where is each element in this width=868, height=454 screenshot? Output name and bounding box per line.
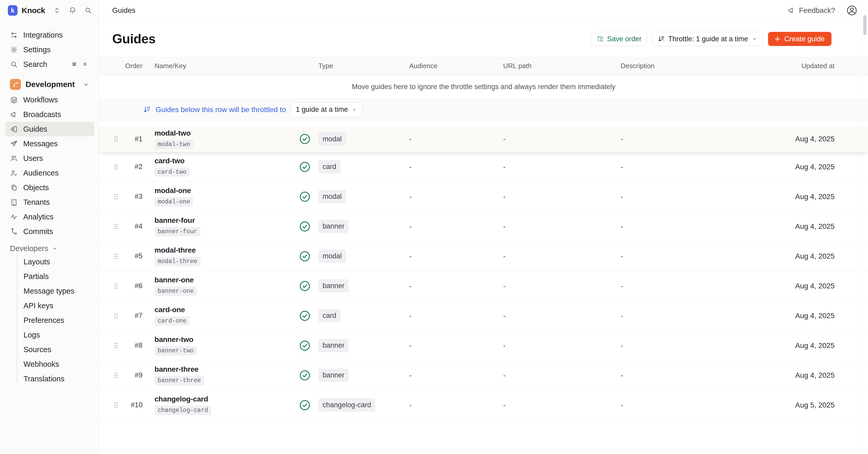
user-avatar[interactable] [846, 5, 858, 16]
drag-handle[interactable] [112, 193, 125, 201]
guide-name[interactable]: changelog-card [155, 395, 208, 403]
audience-cell: - [404, 135, 498, 143]
guide-name[interactable]: card-two [155, 157, 185, 165]
swap-arrows-icon [10, 31, 18, 39]
pages-icon [10, 183, 18, 192]
workspace-switcher-icon[interactable] [53, 6, 61, 15]
sidebar-item-logs[interactable]: Logs [17, 328, 94, 342]
megaphone-icon [787, 6, 796, 15]
sidebar-item-guides[interactable]: Guides [5, 122, 94, 136]
sidebar-item-webhooks[interactable]: Webhooks [17, 357, 94, 371]
updated-at-cell: Aug 4, 2025 [762, 371, 868, 379]
drag-handle[interactable] [112, 163, 125, 171]
guide-type-badge: modal [318, 190, 346, 203]
guide-key-badge: changelog-card [155, 406, 211, 415]
ignore-throttle-dropzone[interactable]: Move guides here to ignore the throttle … [99, 75, 868, 99]
sidebar-item-integrations[interactable]: Integrations [5, 28, 94, 42]
guide-key-badge: modal-one [155, 197, 193, 207]
table-row[interactable]: #10 changelog-card changelog-card change… [99, 390, 868, 420]
drag-handle[interactable] [112, 282, 125, 290]
drag-handle[interactable] [112, 342, 125, 349]
sidebar-item-broadcasts[interactable]: Broadcasts [5, 107, 94, 122]
app-window: k Knock Integrations Settings Search ⌘ K [0, 0, 868, 454]
sidebar-item-analytics[interactable]: Analytics [5, 209, 94, 224]
search-icon[interactable] [84, 6, 92, 15]
guide-name[interactable]: banner-four [155, 216, 195, 225]
guide-key-badge: banner-three [155, 376, 204, 385]
sidebar-item-objects[interactable]: Objects [5, 180, 94, 195]
check-circle-icon [299, 399, 311, 411]
table-row[interactable]: #3 modal-one modal-one modal - - [99, 182, 868, 211]
sidebar-item-sources[interactable]: Sources [17, 342, 94, 357]
sidebar-nav: Integrations Settings Search ⌘ K Develop… [0, 21, 99, 386]
sidebar-item-api-keys[interactable]: API keys [17, 298, 94, 313]
guide-name[interactable]: modal-two [155, 129, 190, 137]
guide-name[interactable]: modal-one [155, 187, 191, 195]
audience-cell: - [404, 341, 498, 350]
guide-name[interactable]: banner-two [155, 335, 193, 344]
building-icon [10, 198, 18, 206]
sidebar-item-message-types[interactable]: Message types [17, 284, 94, 298]
grip-dots-icon [112, 223, 120, 230]
grip-dots-icon [112, 371, 120, 379]
guide-key-badge: card-one [155, 316, 189, 326]
guide-name-cell: banner-three banner-three [145, 365, 294, 385]
sidebar-item-label: Workflows [23, 95, 58, 104]
updated-at-cell: Aug 4, 2025 [762, 222, 868, 231]
sidebar-item-tenants[interactable]: Tenants [5, 195, 94, 209]
sidebar-item-search[interactable]: Search ⌘ K [5, 57, 94, 72]
sidebar-item-users[interactable]: Users [5, 151, 94, 166]
table-row[interactable]: #5 modal-three modal-three modal - - [99, 242, 868, 271]
sidebar-item-commits[interactable]: Commits [5, 224, 94, 239]
drag-handle[interactable] [112, 312, 125, 320]
notifications-bell-icon[interactable] [69, 6, 76, 15]
table-header: Order Name/Key Type Audience URL path De… [99, 57, 868, 75]
description-cell: - [615, 135, 762, 143]
guide-name[interactable]: banner-three [155, 365, 198, 373]
sidebar-item-settings[interactable]: Settings [5, 42, 94, 57]
environment-badge [10, 79, 21, 90]
drag-handle[interactable] [112, 252, 125, 260]
guides-panel-icon [10, 125, 18, 133]
plus-icon [774, 35, 781, 42]
guide-name-cell: changelog-card changelog-card [145, 395, 294, 415]
sidebar-item-label: Users [23, 154, 43, 163]
guide-key-badge: card-two [155, 167, 189, 177]
guide-name[interactable]: banner-one [155, 276, 194, 284]
developers-section-toggle[interactable]: Developers [5, 243, 94, 254]
throttle-divider-link[interactable]: Guides below this row will be throttled … [156, 106, 286, 114]
environment-switcher[interactable]: Development [5, 76, 94, 92]
table-row[interactable]: #2 card-two card-two card - - [99, 152, 868, 182]
table-row[interactable]: #6 banner-one banner-one banner - - [99, 271, 868, 301]
drag-handle[interactable] [112, 135, 125, 143]
url-path-cell: - [498, 163, 615, 171]
throttle-value-select[interactable]: 1 guide at a time [290, 102, 363, 117]
table-row[interactable]: #4 banner-four banner-four banner - - [99, 211, 868, 242]
drag-handle[interactable] [112, 223, 125, 230]
save-order-button[interactable]: Save order [591, 32, 647, 46]
create-guide-button[interactable]: Create guide [768, 32, 832, 46]
guide-name-cell: modal-two modal-two [145, 129, 294, 149]
sidebar-item-audiences[interactable]: Audiences [5, 166, 94, 180]
sidebar-item-layouts[interactable]: Layouts [17, 254, 94, 269]
sidebar-item-messages[interactable]: Messages [5, 136, 94, 151]
drag-handle[interactable] [112, 401, 125, 409]
type-cell: modal [315, 190, 404, 203]
check-circle-icon [299, 369, 311, 381]
table-row[interactable]: #8 banner-two banner-two banner - - [99, 331, 868, 361]
sidebar-item-preferences[interactable]: Preferences [17, 313, 94, 328]
audience-cell: - [404, 163, 498, 171]
guide-name[interactable]: modal-three [155, 246, 196, 254]
sidebar-item-workflows[interactable]: Workflows [5, 92, 94, 107]
table-row[interactable]: #7 card-one card-one card - - [99, 301, 868, 331]
throttle-dropdown-button[interactable]: Throttle: 1 guide at a time [652, 32, 763, 46]
knock-logo: k [8, 5, 18, 16]
sidebar-item-translations[interactable]: Translations [17, 371, 94, 386]
guide-name[interactable]: card-one [155, 306, 185, 314]
sort-descending-icon [658, 35, 665, 42]
feedback-button[interactable]: Feedback? [787, 6, 835, 15]
table-row[interactable]: #1 modal-two modal-two modal - - [99, 126, 868, 152]
table-row[interactable]: #9 banner-three banner-three banner - - [99, 361, 868, 390]
drag-handle[interactable] [112, 371, 125, 379]
sidebar-item-partials[interactable]: Partials [17, 269, 94, 284]
